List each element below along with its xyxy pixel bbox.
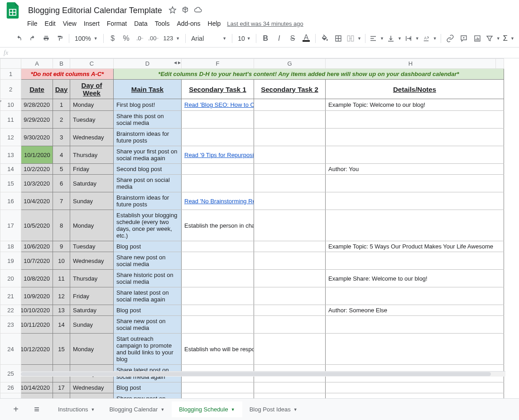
row-header[interactable]: 23 — [0, 316, 21, 334]
cell[interactable] — [254, 146, 326, 164]
redo-button[interactable] — [26, 32, 39, 45]
cell[interactable]: 10/9/2020 — [21, 287, 53, 305]
cell[interactable]: Sunday — [70, 192, 114, 210]
cell[interactable]: 10/7/2020 — [21, 252, 53, 270]
cell[interactable]: Saturday — [70, 175, 114, 192]
formula-bar[interactable] — [17, 49, 519, 56]
currency-button[interactable]: $ — [106, 32, 119, 45]
cell[interactable]: Share new post on social media — [114, 316, 182, 334]
row-header[interactable]: 2 — [0, 80, 21, 99]
cell[interactable] — [182, 287, 254, 305]
cell[interactable]: Blog post — [114, 382, 182, 393]
cell[interactable] — [254, 393, 326, 399]
row-header[interactable]: 14 — [0, 164, 21, 175]
cell[interactable]: Monday — [70, 210, 114, 241]
cell[interactable]: Share post on social media — [114, 175, 182, 192]
col-header-A[interactable]: A — [21, 59, 53, 69]
cell[interactable]: Read 'Blog SEO: How to O — [182, 99, 254, 111]
header-sec1[interactable]: Secondary Task 1 — [182, 80, 254, 99]
row-header[interactable]: 16 — [0, 192, 21, 210]
row-header[interactable]: 15 — [0, 175, 21, 192]
cell[interactable]: Example Topic: Welcome to our blog! — [326, 99, 504, 111]
cell[interactable]: Monday — [70, 99, 114, 111]
cell[interactable]: Author: Someone Else — [326, 305, 504, 316]
cell[interactable]: 2 — [53, 111, 70, 129]
cell[interactable] — [182, 111, 254, 129]
cell[interactable]: Wednesday — [70, 382, 114, 393]
cell[interactable]: 11 — [53, 270, 70, 287]
cell[interactable]: Tuesday — [70, 111, 114, 129]
percent-button[interactable]: % — [120, 32, 133, 45]
cell[interactable] — [254, 316, 326, 334]
cloud-icon[interactable] — [194, 6, 202, 15]
cell[interactable] — [254, 305, 326, 316]
col-header-B[interactable]: B — [53, 59, 70, 69]
row-header[interactable]: 19 — [0, 252, 21, 270]
cell[interactable]: 9/28/2020 — [21, 99, 53, 111]
menu-tools[interactable]: Tools — [151, 18, 173, 29]
cell[interactable]: Share this post on social media — [114, 111, 182, 129]
cell[interactable]: Share historic post on social media — [114, 270, 182, 287]
cell[interactable]: Share latest post on social media again — [114, 287, 182, 305]
cell[interactable]: 10/8/2020 — [21, 270, 53, 287]
cell[interactable] — [254, 334, 326, 365]
cell[interactable]: 14 — [53, 316, 70, 334]
header-main-task[interactable]: Main Task — [114, 80, 182, 99]
cell[interactable]: Blog post — [114, 241, 182, 252]
banner-right[interactable]: *Edit columns D-H to your heart's conten… — [114, 69, 504, 80]
cell[interactable]: Wednesday — [70, 129, 114, 146]
cell[interactable] — [326, 175, 504, 192]
font-size-dropdown[interactable]: 10▼ — [235, 33, 253, 44]
cell[interactable]: Establish who will be responsible for on… — [182, 334, 254, 365]
cell[interactable]: 9/30/2020 — [21, 129, 53, 146]
cell[interactable] — [182, 305, 254, 316]
rotate-button[interactable]: A▼ — [421, 33, 438, 44]
link-button[interactable] — [444, 32, 457, 45]
row-header[interactable]: 17 — [0, 210, 21, 241]
cell[interactable] — [254, 175, 326, 192]
header-dow[interactable]: Day of Week — [70, 80, 114, 99]
row-header[interactable]: 26 — [0, 382, 21, 393]
cell[interactable]: 10/15/2020 — [21, 393, 53, 399]
cell[interactable]: Thursday — [70, 270, 114, 287]
cell[interactable] — [254, 99, 326, 111]
cell[interactable] — [326, 192, 504, 210]
cell[interactable] — [326, 210, 504, 241]
cell[interactable]: 1 — [53, 99, 70, 111]
cell[interactable] — [326, 382, 504, 393]
cell[interactable] — [254, 287, 326, 305]
cell[interactable] — [254, 111, 326, 129]
v-align-button[interactable]: ▼ — [386, 33, 403, 44]
last-edit-link[interactable]: Last edit was 34 minutes ago — [227, 20, 303, 27]
cell[interactable]: Establish your blogging schedule (every … — [114, 210, 182, 241]
h-align-button[interactable]: ▼ — [368, 33, 385, 44]
cell[interactable]: 15 — [53, 334, 70, 365]
header-date[interactable]: Date — [21, 80, 53, 99]
star-icon[interactable] — [168, 6, 177, 15]
cell[interactable]: Author: You — [326, 164, 504, 175]
cell[interactable]: Share your first post on social media ag… — [114, 146, 182, 164]
col-header-G[interactable]: G — [254, 59, 326, 69]
cell[interactable] — [182, 382, 254, 393]
cell[interactable] — [254, 192, 326, 210]
cell[interactable]: Second blog post — [114, 164, 182, 175]
cell[interactable]: 18 — [53, 393, 70, 399]
cell[interactable] — [326, 111, 504, 129]
cell[interactable]: Example Share: Welcome to our blog! — [326, 270, 504, 287]
cell[interactable]: 12 — [53, 287, 70, 305]
cell[interactable]: 10/12/2020 — [21, 334, 53, 365]
cell[interactable] — [326, 334, 504, 365]
italic-button[interactable]: I — [273, 32, 285, 45]
add-sheet-button[interactable]: + — [9, 403, 23, 416]
cell[interactable]: Friday — [70, 164, 114, 175]
comment-button[interactable] — [457, 32, 470, 45]
cell[interactable]: Share new post on social media — [114, 252, 182, 270]
wrap-button[interactable]: ▼ — [404, 33, 420, 44]
sheet-tab[interactable]: Instructions▼ — [51, 401, 102, 417]
cell[interactable]: Start outreach campaign to promote and b… — [114, 334, 182, 365]
cell[interactable] — [326, 146, 504, 164]
cell[interactable]: 13 — [53, 305, 70, 316]
header-details[interactable]: Details/Notes — [326, 80, 504, 99]
menu-view[interactable]: View — [59, 18, 80, 29]
doc-title[interactable]: Blogging Editorial Calendar Template — [25, 5, 165, 16]
